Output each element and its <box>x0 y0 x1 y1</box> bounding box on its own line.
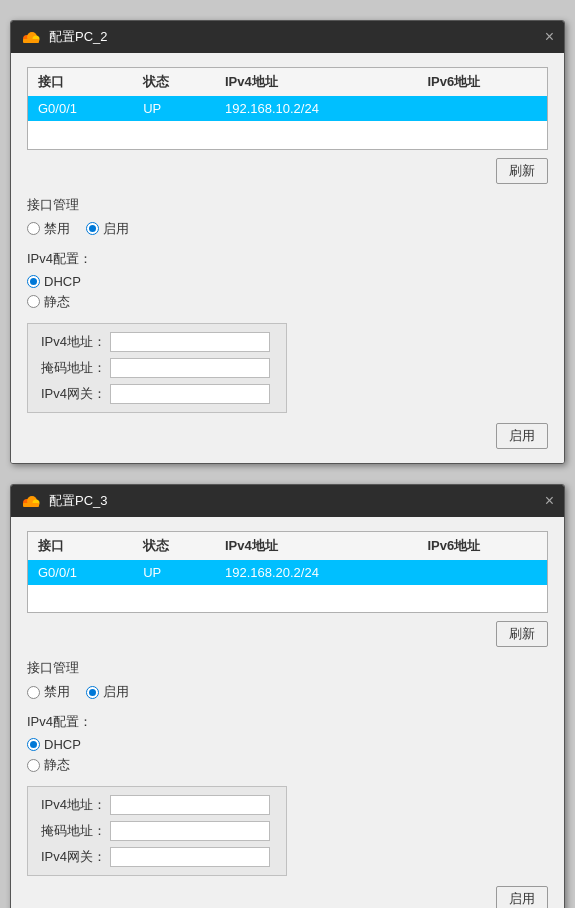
refresh-row: 刷新 <box>27 158 548 184</box>
field-row-gw-pc3: IPv4网关： <box>38 847 276 867</box>
col-interface-pc3: 接口 <box>28 531 134 560</box>
ipv4-static-label-pc3: 静态 <box>44 756 70 774</box>
close-button-pc3[interactable]: × <box>545 493 554 509</box>
ipv4-static-label-pc2: 静态 <box>44 293 70 311</box>
table-header-row: 接口 状态 IPv4地址 IPv6地址 <box>28 68 548 97</box>
ipv4-static-group-pc2: 静态 <box>27 293 548 311</box>
ipv4-radio-group-pc2: DHCP <box>27 274 548 289</box>
title-bar-pc2: 配置PC_2 × <box>11 21 564 53</box>
svg-rect-3 <box>23 39 39 43</box>
table-empty-row <box>28 121 548 149</box>
apply-row-pc3: 启用 <box>27 886 548 908</box>
ipv4-config-label-pc3: IPv4配置： <box>27 713 548 731</box>
gw-label-pc2: IPv4网关： <box>38 385 106 403</box>
ipv4-static-group-pc3: 静态 <box>27 756 548 774</box>
interface-mgmt-label-pc2: 接口管理 <box>27 196 548 214</box>
col-status: 状态 <box>133 68 215 97</box>
ipv4-dhcp-label-pc2: DHCP <box>44 274 81 289</box>
table-row-pc3[interactable]: G0/0/1 UP 192.168.20.2/24 <box>28 560 548 585</box>
col-ipv6-pc3: IPv6地址 <box>417 531 547 560</box>
mask-input-pc3[interactable] <box>110 821 270 841</box>
apply-button-pc3[interactable]: 启用 <box>496 886 548 908</box>
ipv4-addr-label-pc3: IPv4地址： <box>38 796 106 814</box>
cell-interface-pc3: G0/0/1 <box>28 560 134 585</box>
mgmt-enable-label-pc2: 启用 <box>103 220 129 238</box>
title-bar-pc3: 配置PC_3 × <box>11 485 564 517</box>
window-pc2: 配置PC_2 × 接口 状态 IPv4地址 IPv6地址 G0/0/1 UP 1… <box>10 20 565 464</box>
close-button-pc2[interactable]: × <box>545 29 554 45</box>
ipv4-fields-pc2: IPv4地址： 掩码地址： IPv4网关： <box>27 323 287 413</box>
mgmt-enable-pc3[interactable]: 启用 <box>86 683 129 701</box>
ipv4-dhcp-radio-pc3 <box>27 738 40 751</box>
cell-status: UP <box>133 96 215 121</box>
field-row-gw-pc2: IPv4网关： <box>38 384 276 404</box>
title-bar-left: 配置PC_2 <box>21 28 108 46</box>
col-status-pc3: 状态 <box>133 531 215 560</box>
field-row-mask-pc2: 掩码地址： <box>38 358 276 378</box>
ipv4-dhcp-label-pc3: DHCP <box>44 737 81 752</box>
ipv4-dhcp-pc3[interactable]: DHCP <box>27 737 81 752</box>
gw-label-pc3: IPv4网关： <box>38 848 106 866</box>
title-bar-left-pc3: 配置PC_3 <box>21 492 108 510</box>
cell-status-pc3: UP <box>133 560 215 585</box>
ipv4-section-pc2: IPv4配置： DHCP 静态 IPv4地址： 掩码地址： <box>27 250 548 413</box>
ipv4-addr-input-pc3[interactable] <box>110 795 270 815</box>
mgmt-radio-group-pc2: 禁用 启用 <box>27 220 548 238</box>
interface-table-pc2: 接口 状态 IPv4地址 IPv6地址 G0/0/1 UP 192.168.10… <box>27 67 548 150</box>
cell-ipv4: 192.168.10.2/24 <box>215 96 417 121</box>
cell-ipv6-pc3 <box>417 560 547 585</box>
mask-label-pc3: 掩码地址： <box>38 822 106 840</box>
ipv4-static-radio-pc3 <box>27 759 40 772</box>
table-row[interactable]: G0/0/1 UP 192.168.10.2/24 <box>28 96 548 121</box>
field-row-ipv4addr-pc2: IPv4地址： <box>38 332 276 352</box>
refresh-button-pc3[interactable]: 刷新 <box>496 621 548 647</box>
interface-table-pc3: 接口 状态 IPv4地址 IPv6地址 G0/0/1 UP 192.168.20… <box>27 531 548 614</box>
window-title-pc3: 配置PC_3 <box>49 492 108 510</box>
col-ipv4-pc3: IPv4地址 <box>215 531 417 560</box>
ipv4-static-radio-pc2 <box>27 295 40 308</box>
apply-button-pc2[interactable]: 启用 <box>496 423 548 449</box>
cloud-icon-pc3 <box>21 494 41 508</box>
ipv4-static-pc2[interactable]: 静态 <box>27 293 70 311</box>
interface-mgmt-label-pc3: 接口管理 <box>27 659 548 677</box>
cell-interface: G0/0/1 <box>28 96 134 121</box>
ipv4-dhcp-radio-pc2 <box>27 275 40 288</box>
mgmt-disable-pc2[interactable]: 禁用 <box>27 220 70 238</box>
cell-ipv4-pc3: 192.168.20.2/24 <box>215 560 417 585</box>
mgmt-disable-radio-pc3 <box>27 686 40 699</box>
refresh-row-pc3: 刷新 <box>27 621 548 647</box>
ipv4-dhcp-pc2[interactable]: DHCP <box>27 274 81 289</box>
mgmt-disable-label-pc2: 禁用 <box>44 220 70 238</box>
mgmt-enable-pc2[interactable]: 启用 <box>86 220 129 238</box>
ipv4-radio-group-pc3: DHCP <box>27 737 548 752</box>
gw-input-pc2[interactable] <box>110 384 270 404</box>
field-row-ipv4addr-pc3: IPv4地址： <box>38 795 276 815</box>
mgmt-enable-radio-pc3 <box>86 686 99 699</box>
mask-input-pc2[interactable] <box>110 358 270 378</box>
mgmt-disable-pc3[interactable]: 禁用 <box>27 683 70 701</box>
cell-ipv6 <box>417 96 547 121</box>
apply-row-pc2: 启用 <box>27 423 548 449</box>
gw-input-pc3[interactable] <box>110 847 270 867</box>
ipv4-addr-input-pc2[interactable] <box>110 332 270 352</box>
refresh-button-pc2[interactable]: 刷新 <box>496 158 548 184</box>
table-header-row-pc3: 接口 状态 IPv4地址 IPv6地址 <box>28 531 548 560</box>
mask-label-pc2: 掩码地址： <box>38 359 106 377</box>
ipv4-addr-label-pc2: IPv4地址： <box>38 333 106 351</box>
window-body-pc3: 接口 状态 IPv4地址 IPv6地址 G0/0/1 UP 192.168.20… <box>11 517 564 909</box>
col-interface: 接口 <box>28 68 134 97</box>
ipv4-config-label-pc2: IPv4配置： <box>27 250 548 268</box>
mgmt-enable-radio-pc2 <box>86 222 99 235</box>
svg-rect-7 <box>23 503 39 507</box>
ipv4-static-pc3[interactable]: 静态 <box>27 756 70 774</box>
ipv4-section-pc3: IPv4配置： DHCP 静态 IPv4地址： 掩码地址： <box>27 713 548 876</box>
mgmt-enable-label-pc3: 启用 <box>103 683 129 701</box>
window-title-pc2: 配置PC_2 <box>49 28 108 46</box>
col-ipv6: IPv6地址 <box>417 68 547 97</box>
window-pc3: 配置PC_3 × 接口 状态 IPv4地址 IPv6地址 G0/0/1 UP 1… <box>10 484 565 909</box>
mgmt-radio-group-pc3: 禁用 启用 <box>27 683 548 701</box>
mgmt-disable-label-pc3: 禁用 <box>44 683 70 701</box>
field-row-mask-pc3: 掩码地址： <box>38 821 276 841</box>
window-body-pc2: 接口 状态 IPv4地址 IPv6地址 G0/0/1 UP 192.168.10… <box>11 53 564 463</box>
mgmt-disable-radio-pc2 <box>27 222 40 235</box>
